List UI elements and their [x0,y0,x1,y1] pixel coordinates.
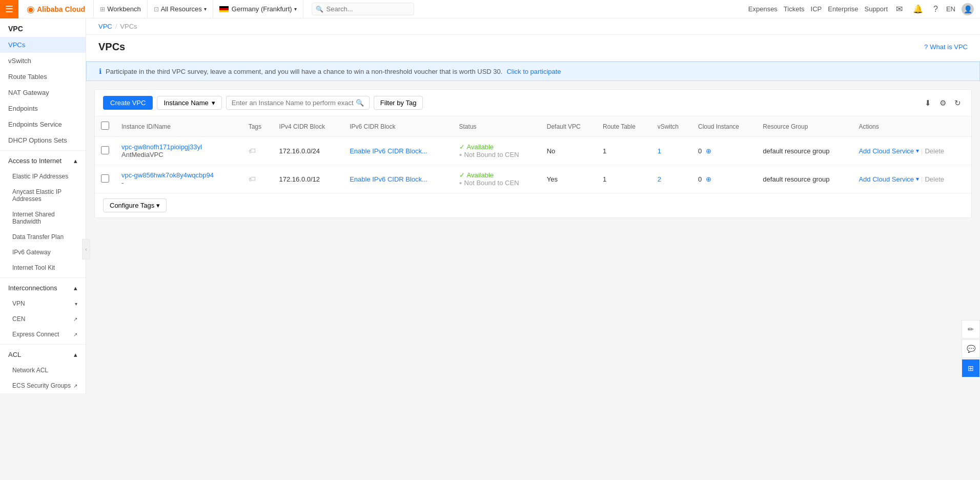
row-actions-dropdown-1[interactable]: ▾ [916,175,919,183]
refresh-icon[interactable]: ↻ [952,96,963,110]
row-add-cloud-service-1[interactable]: Add Cloud Service [859,175,914,183]
toolbar-right: ⬇ ⚙ ↻ [923,96,963,110]
logo-icon: ◉ [27,4,35,15]
row-id-0[interactable]: vpc-gw8nofh171pioipgj33yl [121,143,202,151]
row-tag-icon-1[interactable]: 🏷 [249,175,256,183]
row-checkbox-1[interactable] [101,174,109,183]
download-icon[interactable]: ⬇ [923,96,933,110]
banner-info-icon: ℹ [99,67,101,75]
row-ipv6-0[interactable]: Enable IPv6 CIDR Block... [350,147,427,155]
configure-tags-label: Configure Tags [110,202,154,209]
row-id-1[interactable]: vpc-gw856hwk7ok8y4wqcbp94 [121,171,214,179]
filter-by-tag-button[interactable]: Filter by Tag [374,96,423,110]
sidebar-item-eip[interactable]: Elastic IP Addresses [0,169,86,184]
row-name-0: AntMediaVPC [121,151,164,158]
what-is-vpc-link[interactable]: ? What is VPC [924,43,968,51]
filter-dropdown[interactable]: Instance Name ▾ [157,96,221,110]
logo-text: Alibaba Cloud [37,5,85,13]
breadcrumb-sep: / [115,23,117,30]
workbench-nav[interactable]: ⊞ Workbench [94,0,148,18]
row-delete-1[interactable]: Delete [925,175,944,183]
sidebar-item-vpn[interactable]: VPN ▾ [0,296,86,311]
sidebar-item-network-acl[interactable]: Network ACL [0,363,86,378]
interconnections-label: Interconnections [8,284,57,292]
tickets-link[interactable]: Tickets [784,5,805,13]
sidebar-item-data-transfer[interactable]: Data Transfer Plan [0,229,86,245]
expenses-link[interactable]: Expenses [748,5,778,13]
side-float-chat-btn[interactable]: 💬 [962,339,980,358]
vpc-table: Instance ID/Name Tags IPv4 CIDR Block IP… [95,116,971,193]
content-area: VPC / VPCs VPCs ? What is VPC ℹ Particip… [86,18,980,480]
sidebar: VPC VPCs vSwitch Route Tables NAT Gatewa… [0,18,86,393]
all-resources-arrow: ▾ [204,6,207,12]
row-cen-1: ●Not Bound to CEN [459,179,535,187]
sidebar-wrapper: VPC VPCs vSwitch Route Tables NAT Gatewa… [0,18,86,480]
row-ipv6-1[interactable]: Enable IPv6 CIDR Block... [350,175,427,183]
breadcrumb-vpc[interactable]: VPC [98,23,112,30]
row-tag-icon-0[interactable]: 🏷 [249,147,256,155]
hamburger-button[interactable]: ☰ [0,0,18,18]
settings-icon[interactable]: ⚙ [937,96,948,110]
sidebar-item-dhcp[interactable]: DHCP Options Sets [0,132,86,148]
enterprise-link[interactable]: Enterprise [828,5,858,13]
col-instance-id: Instance ID/Name [115,116,242,137]
sidebar-section-interconnections[interactable]: Interconnections ▴ [0,280,86,296]
row-resource-group-0: default resource group [757,137,852,165]
sidebar-item-ecs-security[interactable]: ECS Security Groups ↗ [0,378,86,393]
row-cloud-instance-add-1[interactable]: ⊕ [706,175,711,183]
all-resources-nav[interactable]: ⊡ All Resources ▾ [148,0,213,18]
sidebar-collapse-button[interactable]: ‹ [82,239,90,259]
banner-link[interactable]: Click to participate [506,68,561,75]
sidebar-item-cen[interactable]: CEN ↗ [0,311,86,327]
row-delete-0[interactable]: Delete [925,147,944,155]
row-cloud-instance-1: 0 [698,175,702,183]
mail-icon[interactable]: ✉ [894,2,905,16]
workbench-label: Workbench [107,5,141,13]
avatar[interactable]: 👤 [962,3,974,15]
vpn-arrow: ▾ [75,301,77,307]
breadcrumb-vpcs: VPCs [120,23,137,30]
region-nav[interactable]: Germany (Frankfurt) ▾ [213,0,303,18]
icp-link[interactable]: ICP [811,5,822,13]
region-label: Germany (Frankfurt) [232,5,292,13]
sidebar-item-express-connect[interactable]: Express Connect ↗ [0,327,86,342]
sidebar-item-ipv6-gateway[interactable]: IPv6 Gateway [0,245,86,260]
row-checkbox-0[interactable] [101,146,109,154]
sidebar-item-vpcs[interactable]: VPCs [0,37,86,53]
sidebar-item-vswitch[interactable]: vSwitch [0,53,86,69]
filter-label: Instance Name [164,99,208,107]
side-float-grid-btn[interactable]: ⊞ [962,359,980,377]
sidebar-section-access-internet[interactable]: Access to Internet ▴ [0,153,86,169]
select-all-checkbox[interactable] [101,122,109,130]
sidebar-item-endpoints-service[interactable]: Endpoints Service [0,116,86,132]
sidebar-item-route-tables[interactable]: Route Tables [0,69,86,85]
row-add-cloud-service-0[interactable]: Add Cloud Service [859,147,914,155]
sidebar-item-anycast-eip[interactable]: Anycast Elastic IP Addresses [0,184,86,207]
express-connect-external-icon: ↗ [73,332,77,337]
col-ipv6: IPv6 CIDR Block [343,116,453,137]
row-cloud-instance-add-0[interactable]: ⊕ [706,147,711,155]
row-vswitch-1[interactable]: 2 [658,175,661,183]
bell-icon[interactable]: 🔔 [911,2,925,16]
configure-tags-button[interactable]: Configure Tags ▾ [103,198,167,212]
all-resources-label: All Resources [161,5,202,13]
help-icon[interactable]: ? [931,3,940,16]
row-vswitch-0[interactable]: 1 [658,147,661,155]
search-input[interactable] [312,3,414,15]
support-link[interactable]: Support [864,5,888,13]
search-field-icon[interactable]: 🔍 [356,99,364,107]
logo-area: ◉ Alibaba Cloud [18,0,94,18]
lang-label[interactable]: EN [946,5,955,13]
row-actions-dropdown-0[interactable]: ▾ [916,147,919,154]
sidebar-item-nat-gateway[interactable]: NAT Gateway [0,85,86,101]
search-input-field[interactable] [232,99,356,107]
sidebar-item-endpoints[interactable]: Endpoints [0,101,86,116]
side-float-edit-btn[interactable]: ✏ [962,320,980,338]
row-actions-1: Add Cloud Service ▾ | Delete [859,175,965,183]
search-wrapper: 🔍 [312,3,414,15]
sidebar-section-acl[interactable]: ACL ▴ [0,347,86,363]
table-toolbar: Create VPC Instance Name ▾ 🔍 Filter by T… [95,90,971,116]
create-vpc-button[interactable]: Create VPC [103,96,153,110]
sidebar-item-internet-bandwidth[interactable]: Internet Shared Bandwidth [0,207,86,229]
sidebar-item-internet-toolkit[interactable]: Internet Tool Kit [0,260,86,275]
